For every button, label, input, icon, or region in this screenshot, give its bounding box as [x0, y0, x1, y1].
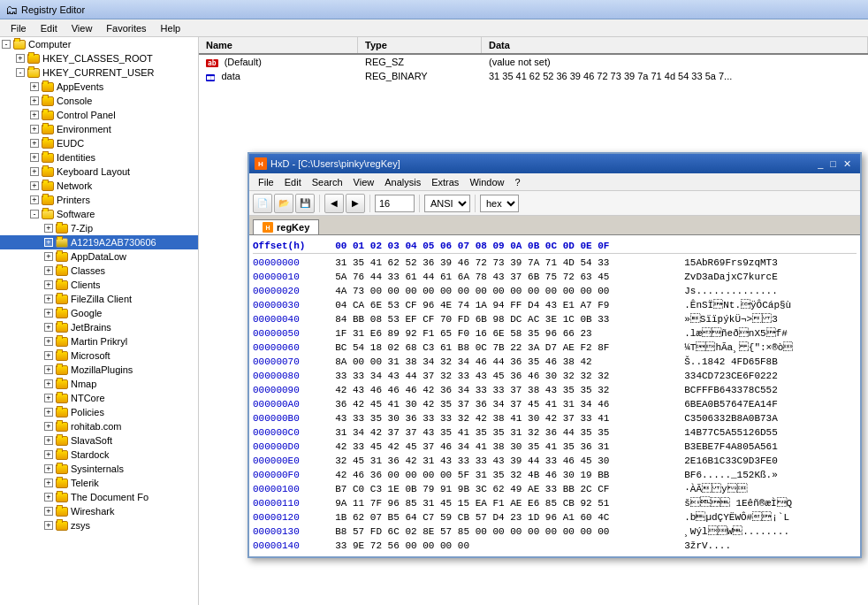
tree-item-7zip[interactable]: + 7-Zip	[0, 221, 198, 235]
tree-root-computer[interactable]: - Computer	[0, 37, 198, 51]
hex-row[interactable]: 000000C0 31 34 42 37 37 43 35 41 35 35 3…	[253, 425, 857, 440]
nav-right-button[interactable]: ▶	[346, 194, 365, 213]
hex-row[interactable]: 00000120 1B 62 07 B5 64 C7 59 CB 57 D4 2…	[253, 510, 857, 525]
expand-appevents[interactable]: +	[30, 82, 39, 91]
open-button[interactable]: 📂	[274, 194, 293, 213]
expand-identities[interactable]: +	[30, 153, 39, 162]
display-dropdown[interactable]: hex	[480, 195, 519, 212]
tree-item-slavasoft[interactable]: + SlavaSoft	[0, 433, 198, 448]
expand-ntcore[interactable]: +	[44, 394, 53, 402]
expand-slavasoft[interactable]: +	[44, 436, 53, 445]
hex-row[interactable]: 00000100 B7 C0 C3 1E 0B 79 91 9B 3C 62 4…	[253, 482, 857, 496]
expand-mozillaplugins[interactable]: +	[44, 365, 53, 374]
hxd-menu-extras[interactable]: Extras	[426, 175, 464, 189]
menu-file[interactable]: File	[4, 21, 34, 35]
expand-hkcr[interactable]: +	[16, 54, 25, 63]
expand-sysinternals[interactable]: +	[44, 464, 53, 473]
expand-appdatalow[interactable]: +	[44, 252, 53, 261]
hex-row[interactable]: 000000D0 42 33 45 42 45 37 46 34 41 38 3…	[253, 440, 857, 454]
expand-policies[interactable]: +	[44, 408, 53, 417]
expand-rohitab[interactable]: +	[44, 422, 53, 431]
tree-item-rohitab[interactable]: + rohitab.com	[0, 419, 198, 433]
hex-row[interactable]: 00000000 31 35 41 62 52 36 39 46 72 73 3…	[253, 256, 857, 270]
expand-7zip[interactable]: +	[44, 224, 53, 233]
hxd-menu-edit[interactable]: Edit	[279, 175, 307, 189]
expand-computer[interactable]: -	[2, 40, 11, 49]
hex-row[interactable]: 00000010 5A 76 44 33 61 44 61 6A 78 43 3…	[253, 270, 857, 284]
expand-network[interactable]: +	[30, 181, 39, 190]
expand-controlpanel[interactable]: +	[30, 111, 39, 119]
tree-item-classes[interactable]: + Classes	[0, 264, 198, 278]
nav-left-button[interactable]: ◀	[324, 194, 344, 213]
hex-row[interactable]: 00000080 33 33 34 43 44 37 32 33 43 45 3…	[253, 369, 857, 383]
hxd-menu-file[interactable]: File	[253, 175, 279, 189]
tree-item-environment[interactable]: + Environment	[0, 122, 198, 136]
hxd-menu-help[interactable]: ?	[510, 175, 526, 189]
hex-row[interactable]: 00000090 42 43 46 46 46 42 36 34 33 33 3…	[253, 383, 857, 397]
expand-documentfo[interactable]: +	[44, 493, 53, 502]
tree-item-eudc[interactable]: + EUDC	[0, 136, 198, 150]
tree-item-documentfo[interactable]: + The Document Fo	[0, 490, 198, 504]
tree-item-jetbrains[interactable]: + JetBrains	[0, 320, 198, 334]
hxd-title-bar[interactable]: H HxD - [C:\Users\pinky\regKey] _ □ ✕	[249, 154, 860, 173]
hex-row[interactable]: 00000050 1F 31 E6 89 92 F1 65 F0 16 6E 5…	[253, 326, 857, 341]
hex-row[interactable]: 00000110 9A 11 7F 96 85 31 45 15 EA F1 A…	[253, 496, 857, 510]
hxd-content[interactable]: Offset(h) 00 01 02 03 04 05 06 07 08 09 …	[249, 235, 860, 556]
tree-item-keyboardlayout[interactable]: + Keyboard Layout	[0, 165, 198, 179]
tree-item-controlpanel[interactable]: + Control Panel	[0, 108, 198, 122]
hex-row[interactable]: 00000040 84 BB 08 53 EF CF 70 FD 6B 98 D…	[253, 312, 857, 326]
hex-row[interactable]: 00000030 04 CA 6E 53 CF 96 4E 74 1A 94 F…	[253, 298, 857, 312]
expand-stardock[interactable]: +	[44, 450, 53, 459]
tree-item-wireshark[interactable]: + Wireshark	[0, 504, 198, 518]
expand-jetbrains[interactable]: +	[44, 323, 53, 332]
new-button[interactable]: 📄	[253, 194, 272, 213]
tree-item-mozillaplugins[interactable]: + MozillaPlugins	[0, 363, 198, 377]
tree-item-microsoft[interactable]: + Microsoft	[0, 348, 198, 363]
encoding-dropdown[interactable]: ANSI	[424, 195, 470, 212]
hex-row[interactable]: 000000B0 43 33 35 30 36 33 33 32 42 38 4…	[253, 411, 857, 425]
hex-row[interactable]: 00000130 B8 57 FD 6C 02 8E 57 85 00 00 0…	[253, 525, 857, 539]
tree-item-printers[interactable]: + Printers	[0, 193, 198, 207]
tree-item-a1219a2ab[interactable]: + A1219A2AB730606	[0, 235, 198, 249]
expand-clients[interactable]: +	[44, 280, 53, 289]
menu-favorites[interactable]: Favorites	[99, 21, 153, 35]
expand-zsys[interactable]: +	[44, 521, 53, 530]
tree-item-appevents[interactable]: + AppEvents	[0, 80, 198, 94]
tree-scroll[interactable]: - Computer + HKEY_CLASSES_ROOT - HKEY_CU…	[0, 37, 198, 605]
expand-environment[interactable]: +	[30, 125, 39, 134]
hex-row[interactable]: 00000060 BC 54 18 02 68 C3 61 B8 0C 7B 2…	[253, 341, 857, 355]
tree-item-network[interactable]: + Network	[0, 179, 198, 193]
expand-telerik[interactable]: +	[44, 479, 53, 487]
value-row-data[interactable]: ■■ data REG_BINARY 31 35 41 62 52 36 39 …	[199, 69, 868, 83]
offset-input[interactable]	[375, 195, 415, 212]
hxd-menu-window[interactable]: Window	[464, 175, 509, 189]
tree-item-martinprikryl[interactable]: + Martin Prikryl	[0, 334, 198, 348]
expand-martinprikryl[interactable]: +	[44, 337, 53, 346]
save-button[interactable]: 💾	[295, 194, 315, 213]
tree-item-zsys[interactable]: + zsys	[0, 518, 198, 532]
hex-row[interactable]: 000000A0 36 42 45 41 30 42 35 37 36 34 3…	[253, 397, 857, 411]
hxd-tab-regkey[interactable]: H regKey	[253, 219, 319, 234]
expand-a1219a2ab[interactable]: +	[44, 238, 53, 247]
expand-printers[interactable]: +	[30, 195, 39, 204]
expand-console[interactable]: +	[30, 96, 39, 105]
tree-item-hkcu[interactable]: - HKEY_CURRENT_USER	[0, 65, 198, 80]
expand-filezilla[interactable]: +	[44, 295, 53, 303]
tree-item-software[interactable]: - Software	[0, 207, 198, 221]
expand-software[interactable]: -	[30, 210, 39, 218]
hex-row[interactable]: 00000020 4A 73 00 00 00 00 00 00 00 00 0…	[253, 284, 857, 298]
hex-row[interactable]: 000000F0 42 46 36 00 00 00 00 5F 31 35 3…	[253, 468, 857, 482]
expand-hkcu[interactable]: -	[16, 68, 25, 77]
tree-item-hkcr[interactable]: + HKEY_CLASSES_ROOT	[0, 51, 198, 65]
tree-item-identities[interactable]: + Identities	[0, 150, 198, 165]
menu-help[interactable]: Help	[154, 21, 188, 35]
expand-wireshark[interactable]: +	[44, 507, 53, 516]
tree-item-appdatalow[interactable]: + AppDataLow	[0, 249, 198, 264]
expand-google[interactable]: +	[44, 309, 53, 318]
tree-item-google[interactable]: + Google	[0, 306, 198, 320]
hex-row[interactable]: 000000E0 32 45 31 36 42 31 43 33 33 43 3…	[253, 454, 857, 468]
close-icon[interactable]: ✕	[840, 158, 855, 170]
tree-item-telerik[interactable]: + Telerik	[0, 476, 198, 490]
expand-nmap[interactable]: +	[44, 379, 53, 388]
hxd-menu-search[interactable]: Search	[307, 175, 348, 189]
